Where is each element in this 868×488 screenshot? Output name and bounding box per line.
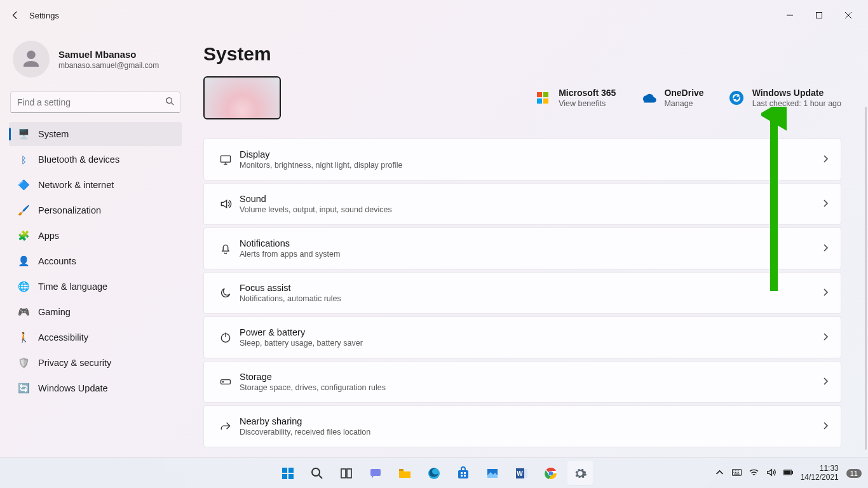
svg-rect-14 — [347, 469, 351, 478]
taskbar-clock[interactable]: 11:33 14/12/2021 — [801, 464, 839, 482]
sidebar-item-accessibility[interactable]: 🚶 Accessibility — [9, 325, 182, 349]
edge-button[interactable] — [421, 461, 447, 486]
wifi-icon: 🔷 — [18, 179, 29, 191]
svg-rect-9 — [288, 468, 294, 473]
sidebar-item-windows-update[interactable]: 🔄 Windows Update — [9, 376, 182, 400]
minimize-button[interactable] — [775, 5, 804, 25]
card-power-battery[interactable]: Power & batterySleep, battery usage, bat… — [203, 316, 841, 358]
close-button[interactable] — [834, 5, 863, 25]
sidebar-item-network-internet[interactable]: 🔷 Network & internet — [9, 173, 182, 197]
card-sound[interactable]: SoundVolume levels, output, input, sound… — [203, 183, 841, 225]
display-icon — [212, 153, 240, 166]
window-controls — [775, 5, 863, 25]
gear-icon — [573, 466, 587, 480]
quicklink-windows-update[interactable]: Windows Update Last checked: 1 hour ago — [728, 88, 841, 108]
card-title: Storage — [240, 372, 386, 382]
sidebar-item-label: Privacy & security — [38, 358, 111, 368]
sidebar-item-time-language[interactable]: 🌐 Time & language — [9, 274, 182, 299]
photos-button[interactable] — [480, 461, 505, 486]
svg-rect-16 — [399, 469, 403, 471]
chat-button[interactable] — [363, 461, 388, 486]
svg-point-28 — [549, 471, 553, 475]
sidebar-item-apps[interactable]: 🧩 Apps — [9, 224, 182, 248]
search-input[interactable] — [10, 92, 180, 113]
back-button[interactable] — [5, 5, 25, 25]
quick-links: Microsoft 365 View benefits OneDrive Man… — [534, 88, 841, 108]
card-focus-assist[interactable]: Focus assistNotifications, automatic rul… — [203, 272, 841, 314]
sidebar-item-label: Apps — [38, 231, 59, 241]
card-storage[interactable]: StorageStorage space, drives, configurat… — [203, 361, 841, 403]
chevron-right-icon — [822, 287, 829, 299]
user-card[interactable]: Samuel Mbanaso mbanaso.samuel@gmail.com — [5, 36, 186, 89]
sidebar-item-label: Bluetooth & devices — [38, 154, 119, 165]
tray-overflow-icon[interactable] — [715, 468, 724, 479]
search-icon — [311, 467, 323, 480]
titlebar: Settings — [0, 0, 868, 30]
display-icon: 🖥️ — [18, 128, 29, 140]
quicklink-microsoft-365[interactable]: Microsoft 365 View benefits — [534, 88, 616, 108]
windows-icon — [281, 466, 295, 480]
svg-rect-8 — [282, 468, 287, 473]
task-view-button[interactable] — [334, 461, 359, 486]
clock-time: 11:33 — [801, 464, 839, 473]
card-title: Power & battery — [240, 327, 363, 337]
sidebar-item-label: Network & internet — [38, 180, 114, 190]
sidebar-item-label: Accessibility — [38, 332, 88, 342]
volume-tray-icon[interactable] — [766, 468, 776, 479]
sidebar-item-bluetooth-devices[interactable]: ᛒ Bluetooth & devices — [9, 147, 182, 172]
chevron-right-icon — [822, 421, 829, 432]
settings-app-button[interactable] — [567, 461, 593, 486]
svg-rect-13 — [341, 469, 346, 478]
bell-icon — [212, 242, 240, 255]
sidebar-item-label: Time & language — [38, 281, 107, 292]
user-name: Samuel Mbanaso — [58, 49, 159, 60]
chevron-right-icon — [822, 243, 829, 254]
svg-rect-31 — [792, 471, 793, 473]
store-button[interactable] — [451, 461, 476, 486]
card-desc: Volume levels, output, input, sound devi… — [240, 205, 392, 214]
svg-rect-21 — [461, 475, 463, 477]
quicklink-onedrive[interactable]: OneDrive Manage — [640, 88, 703, 108]
taskbar-center: W — [275, 461, 593, 486]
card-desc: Sleep, battery usage, battery saver — [240, 339, 363, 348]
avatar — [13, 41, 50, 78]
task-view-icon — [340, 467, 353, 480]
maximize-button[interactable] — [804, 5, 834, 25]
scrollbar[interactable] — [865, 107, 867, 450]
microsoft-365-icon — [534, 90, 551, 106]
search-button[interactable] — [304, 461, 330, 486]
brush-icon: 🖌️ — [18, 205, 29, 216]
sidebar-item-label: Gaming — [38, 307, 71, 317]
sidebar-item-personalization[interactable]: 🖌️ Personalization — [9, 198, 182, 222]
keyboard-icon[interactable] — [732, 468, 742, 479]
sidebar-item-label: Personalization — [38, 205, 101, 215]
windows-update-icon — [728, 90, 745, 106]
svg-rect-10 — [282, 474, 287, 479]
chevron-right-icon — [822, 198, 829, 210]
word-button[interactable]: W — [509, 461, 534, 486]
gaming-icon: 🎮 — [18, 306, 29, 318]
sidebar-item-accounts[interactable]: 👤 Accounts — [9, 249, 182, 273]
notification-badge[interactable]: 11 — [846, 469, 862, 478]
user-email: mbanaso.samuel@gmail.com — [58, 61, 159, 70]
chrome-button[interactable] — [538, 461, 564, 486]
battery-tray-icon[interactable] — [783, 468, 793, 479]
wifi-tray-icon[interactable] — [749, 468, 759, 479]
file-explorer-button[interactable] — [392, 461, 417, 486]
sidebar-item-privacy-security[interactable]: 🛡️ Privacy & security — [9, 351, 182, 375]
power-icon — [212, 331, 240, 344]
sidebar-item-label: System — [38, 129, 69, 139]
card-notifications[interactable]: NotificationsAlerts from apps and system — [203, 227, 841, 269]
sidebar-item-label: Windows Update — [38, 383, 108, 393]
desktop-preview[interactable] — [203, 76, 281, 119]
accounts-icon: 👤 — [18, 255, 29, 267]
card-display[interactable]: DisplayMonitors, brightness, night light… — [203, 139, 841, 180]
chevron-right-icon — [822, 154, 829, 165]
onedrive-icon — [640, 90, 656, 106]
start-button[interactable] — [275, 461, 301, 486]
main-content: System Microsoft 365 View benefits On — [191, 30, 868, 458]
card-nearby-sharing[interactable]: Nearby sharingDiscoverability, received … — [203, 405, 841, 447]
chrome-icon — [544, 466, 558, 480]
sidebar-item-system[interactable]: 🖥️ System — [9, 122, 182, 146]
sidebar-item-gaming[interactable]: 🎮 Gaming — [9, 300, 182, 324]
